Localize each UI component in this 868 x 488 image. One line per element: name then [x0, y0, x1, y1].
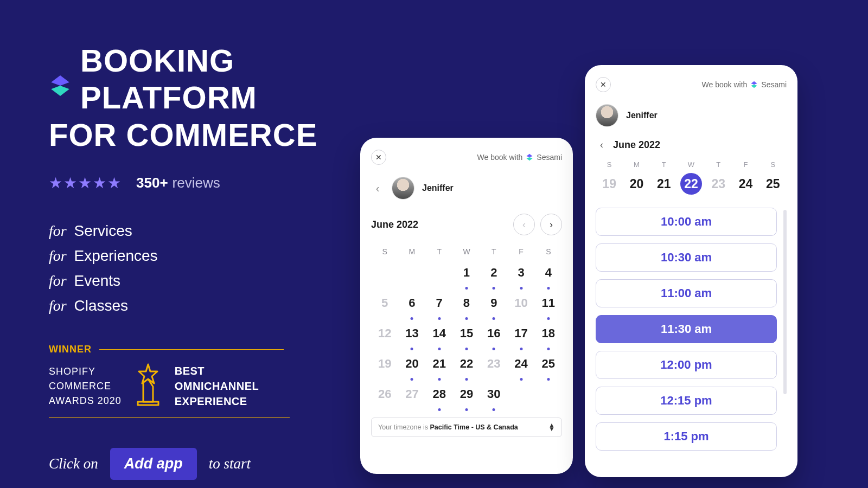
updown-icon: ▲▼: [548, 423, 555, 431]
headline-line2: FOR COMMERCE: [49, 117, 396, 153]
weekday-label: F: [732, 160, 759, 169]
award-event: SHOPIFY COMMERCE AWARDS 2020: [49, 364, 122, 408]
next-month-button[interactable]: ›: [540, 214, 562, 235]
staff-avatar: [596, 104, 618, 127]
weekday-label: S: [535, 247, 562, 256]
weekday-label: T: [480, 247, 507, 256]
date-cell[interactable]: 3: [507, 266, 534, 285]
week-date[interactable]: 20: [623, 173, 650, 195]
date-cell: 27: [398, 387, 425, 407]
staff-avatar: [392, 177, 414, 200]
time-slot[interactable]: 10:00 am: [596, 208, 777, 236]
reviews-label: reviews: [173, 175, 220, 191]
close-button[interactable]: ✕: [371, 150, 386, 165]
staff-name: Jeniffer: [626, 111, 658, 120]
date-cell[interactable]: 7: [426, 296, 453, 316]
sesami-logo-icon: [526, 153, 533, 161]
weekday-label: T: [705, 160, 732, 169]
date-cell: [398, 266, 425, 285]
date-cell[interactable]: 21: [426, 357, 453, 376]
date-grid: 1234567891011121314151617181920212223242…: [371, 266, 562, 407]
week-date[interactable]: 22: [680, 173, 702, 195]
date-cell[interactable]: 2: [480, 266, 507, 285]
scrollbar[interactable]: [783, 210, 787, 394]
back-to-month-button[interactable]: ‹: [596, 139, 608, 151]
sesami-logo-icon: [49, 68, 72, 91]
for-item: for Events: [49, 272, 396, 290]
marketing-panel: BOOKING PLATFORM FOR COMMERCE ★★★★★ 350+…: [49, 42, 396, 480]
winner-label: WINNER: [49, 344, 92, 355]
week-date[interactable]: 21: [650, 173, 678, 195]
headline: BOOKING PLATFORM FOR COMMERCE: [49, 42, 396, 153]
date-cell: [507, 387, 534, 407]
date-cell: [535, 387, 562, 407]
timezone-label: Your timezone is Pacific Time - US & Can…: [378, 423, 518, 431]
headline-line1: BOOKING PLATFORM: [80, 42, 396, 117]
date-cell[interactable]: 1: [453, 266, 480, 285]
time-slot[interactable]: 11:00 am: [596, 279, 777, 307]
weekday-label: S: [596, 160, 623, 169]
date-cell: 23: [480, 357, 507, 376]
book-with-label: We book with Sesami: [477, 153, 562, 162]
cta-row: Click on Add app to start: [49, 448, 396, 480]
date-cell[interactable]: 15: [453, 326, 480, 346]
close-button[interactable]: ✕: [596, 77, 611, 92]
date-cell[interactable]: 18: [535, 326, 562, 346]
reviews-count: 350+: [136, 175, 168, 191]
for-item: for Classes: [49, 297, 396, 314]
staff-row[interactable]: ‹ Jeniffer: [371, 177, 562, 200]
weekday-header: SMTWTFS: [596, 160, 787, 169]
date-cell[interactable]: 16: [480, 326, 507, 346]
divider: [49, 417, 290, 418]
date-cell[interactable]: 13: [398, 326, 425, 346]
trophy-icon: [132, 363, 164, 409]
date-cell: 12: [371, 326, 398, 346]
week-date[interactable]: 25: [760, 173, 787, 195]
date-cell[interactable]: 6: [398, 296, 425, 316]
date-cell[interactable]: 14: [426, 326, 453, 346]
date-cell[interactable]: 17: [507, 326, 534, 346]
weekday-label: M: [623, 160, 650, 169]
award-category: BEST OMNICHANNEL EXPERIENCE: [175, 363, 259, 409]
weekday-label: S: [371, 247, 398, 256]
divider: [99, 349, 284, 350]
month-label: June 2022: [371, 219, 418, 230]
chevron-left-icon[interactable]: ‹: [371, 177, 384, 200]
date-cell[interactable]: 29: [453, 387, 480, 407]
reviews-row: ★★★★★ 350+ reviews: [49, 174, 396, 192]
week-dates: 19202122232425: [596, 173, 787, 195]
week-date[interactable]: 24: [732, 173, 759, 195]
time-slot[interactable]: 1:15 pm: [596, 422, 777, 451]
date-cell[interactable]: 24: [507, 357, 534, 376]
week-date: 23: [705, 173, 732, 195]
date-cell[interactable]: 8: [453, 296, 480, 316]
time-slot[interactable]: 10:30 am: [596, 243, 777, 272]
book-with-label: We book with Sesami: [702, 80, 787, 89]
date-cell: 26: [371, 387, 398, 407]
date-cell[interactable]: 4: [535, 266, 562, 285]
timezone-select[interactable]: Your timezone is Pacific Time - US & Can…: [371, 418, 562, 437]
slot-list: 10:00 am10:30 am11:00 am11:30 am12:00 pm…: [596, 208, 777, 468]
date-cell[interactable]: 22: [453, 357, 480, 376]
date-cell[interactable]: 11: [535, 296, 562, 316]
weekday-header: SMTWTFS: [371, 247, 562, 256]
time-slot[interactable]: 11:30 am: [596, 315, 777, 343]
time-slot[interactable]: 12:00 pm: [596, 351, 777, 379]
time-slot[interactable]: 12:15 pm: [596, 387, 777, 415]
prev-month-button[interactable]: ‹: [513, 214, 535, 235]
sesami-logo-icon: [750, 81, 758, 88]
date-cell[interactable]: 9: [480, 296, 507, 316]
date-cell[interactable]: 20: [398, 357, 425, 376]
date-cell[interactable]: 28: [426, 387, 453, 407]
date-cell: 10: [507, 296, 534, 316]
date-cell[interactable]: 30: [480, 387, 507, 407]
date-cell: 19: [371, 357, 398, 376]
date-cell[interactable]: 25: [535, 357, 562, 376]
staff-row[interactable]: Jeniffer: [596, 104, 787, 127]
award-block: WINNER SHOPIFY COMMERCE AWARDS 2020 BEST…: [49, 344, 396, 418]
date-cell: 5: [371, 296, 398, 316]
for-item: for Services: [49, 222, 396, 240]
weekday-label: M: [398, 247, 425, 256]
cta-suffix: to start: [209, 455, 251, 472]
add-app-button[interactable]: Add app: [110, 448, 197, 480]
